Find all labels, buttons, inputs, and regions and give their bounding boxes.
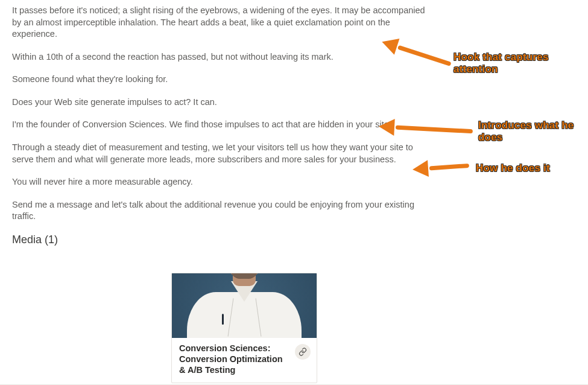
about-paragraph: Send me a message and let's talk about t… [12,199,434,223]
profile-about-body: It passes before it's noticed; a slight … [12,5,434,255]
about-paragraph: I'm the founder of Conversion Sciences. … [12,119,434,131]
annotation-text-intro: Introduces what he does [478,119,587,143]
media-heading: Media (1) [12,234,434,246]
about-paragraph: Within a 10th of a second the reaction h… [12,51,434,63]
media-caption-row: Conversion Sciences: Conversion Optimiza… [172,338,317,383]
media-thumbnail [172,273,317,338]
about-paragraph: Does your Web site generate impulses to … [12,97,434,109]
media-card-title: Conversion Sciences: Conversion Optimiza… [179,343,290,375]
about-paragraph: Someone found what they're looking for. [12,74,434,86]
about-paragraph: You will never hire a more measurable ag… [12,176,434,188]
link-icon[interactable] [295,344,311,360]
media-card[interactable]: Conversion Sciences: Conversion Optimiza… [171,273,317,383]
annotation-text-hook: Hook that captures attention [454,51,580,75]
about-paragraph: It passes before it's noticed; a slight … [12,5,434,40]
about-paragraph: Through a steady diet of measurement and… [12,142,434,165]
annotation-text-how: How he does it [476,162,584,174]
annotation-arrow-how [429,165,469,168]
